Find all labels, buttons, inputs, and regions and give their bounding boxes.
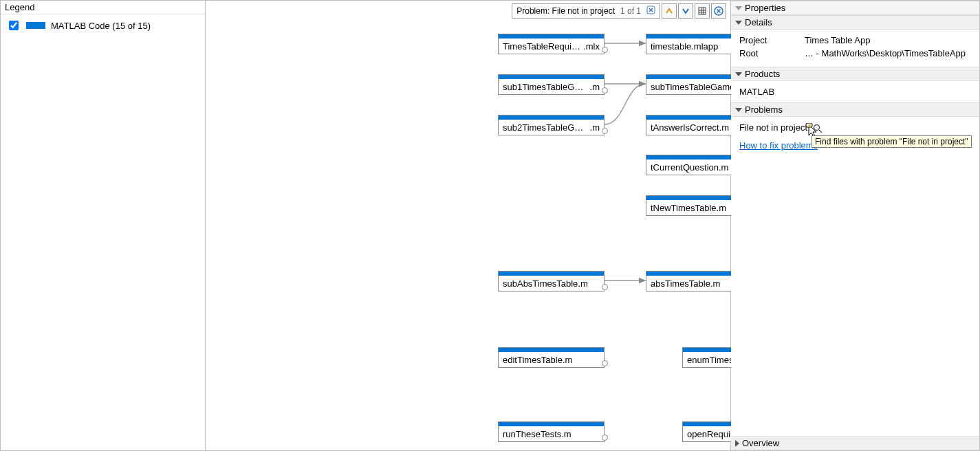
node-port [602,47,608,53]
details-header[interactable]: Details [731,15,979,30]
products-title: Products [745,69,780,79]
problem-nav-bar: Problem: File not in project 1 of 1 [512,3,726,19]
node-filename: TimesTableRequir… [503,41,580,52]
file-node[interactable]: sub1TimesTableGa….m [498,74,605,95]
problem-label: Problem: File not in project [516,6,615,16]
edges-layer [206,1,730,450]
node-port [602,284,608,290]
node-filename: timestable.mlapp [651,41,718,52]
svg-point-5 [814,124,819,130]
node-port [602,360,608,366]
node-filename: sub2TimesTableGa… [503,122,587,133]
file-node[interactable]: sub2TimesTableGa….m [498,115,605,135]
legend-item[interactable]: MATLAB Code (15 of 15) [1,14,205,36]
svg-rect-3 [699,8,706,14]
node-filename: editTimesTable.m [503,355,572,365]
legend-item-label: MATLAB Code (15 of 15) [51,21,151,31]
node-filename: runTheseTests.m [503,429,571,439]
problem-label-box: Problem: File not in project 1 of 1 [512,3,660,19]
node-label: TimesTableRequir….mlx [499,38,604,54]
node-ext: .m [590,82,600,92]
root-value: … - MathWorks\Desktop\TimesTableApp [805,48,971,58]
search-problem-icon[interactable] [813,124,823,133]
svg-line-6 [819,130,822,133]
file-node[interactable]: editTimesTable.m [498,347,605,368]
problem-text: File not in project [739,122,807,133]
node-port [602,434,608,441]
node-filename: tAnswerIsCorrect.m [651,122,729,133]
file-node[interactable]: runTheseTests.m [498,421,605,442]
fix-problems-link[interactable]: How to fix problems [739,140,818,151]
tooltip: Find files with problem "File not in pro… [812,135,972,148]
legend-panel: Legend MATLAB Code (15 of 15) [1,1,206,450]
products-value: MATLAB [739,87,774,97]
expand-icon [735,440,739,447]
grid-view-button[interactable] [695,3,710,19]
properties-header[interactable]: Properties [731,1,979,15]
properties-panel: Properties Details Project Times Table A… [731,1,979,450]
file-node[interactable]: subAbsTimesTable.m [498,271,605,292]
node-filename: sub1TimesTableGa… [503,82,587,92]
properties-title: Properties [745,3,785,13]
collapse-icon [735,72,742,76]
details-title: Details [745,17,772,28]
node-label: runTheseTests.m [499,426,604,441]
legend-title: Legend [1,1,205,14]
collapse-icon [735,108,742,112]
collapse-icon [735,6,742,10]
project-value: Times Table App [805,35,971,45]
legend-checkbox[interactable] [9,21,19,30]
problems-header[interactable]: Problems [731,102,979,117]
root-label: Root [739,48,805,58]
node-label: sub1TimesTableGa….m [499,79,604,94]
problems-title: Problems [745,104,783,115]
node-label: subAbsTimesTable.m [499,276,604,291]
clear-search-icon[interactable] [646,6,655,16]
problem-counter: 1 of 1 [620,6,641,16]
project-label: Project [739,35,805,45]
legend-swatch-matlab-code [26,22,45,29]
node-port [602,128,608,134]
dependency-canvas[interactable]: TimesTableRequir….mlxsub1TimesTableGa….m… [206,1,731,450]
node-filename: tNewTimesTable.m [651,203,726,213]
next-problem-button[interactable] [678,3,693,19]
node-ext: .m [590,122,600,133]
node-filename: absTimesTable.m [651,278,720,289]
collapse-icon [735,21,742,25]
node-filename: subAbsTimesTable.m [503,278,588,289]
products-body: MATLAB [731,81,979,102]
details-body: Project Times Table App Root … - MathWor… [731,30,979,67]
problems-body: File not in project How to fix problems … [731,117,979,436]
overview-title: Overview [742,438,779,448]
node-port [602,87,608,94]
file-node[interactable]: TimesTableRequir….mlx [498,34,605,54]
prev-problem-button[interactable] [662,3,677,19]
overview-header[interactable]: Overview [731,436,979,450]
node-label: editTimesTable.m [499,352,604,367]
close-problem-button[interactable] [711,3,726,19]
node-ext: .mlx [583,41,600,52]
node-label: sub2TimesTableGa….m [499,120,604,135]
products-header[interactable]: Products [731,67,979,81]
node-filename: tCurrentQuestion.m [651,162,728,173]
